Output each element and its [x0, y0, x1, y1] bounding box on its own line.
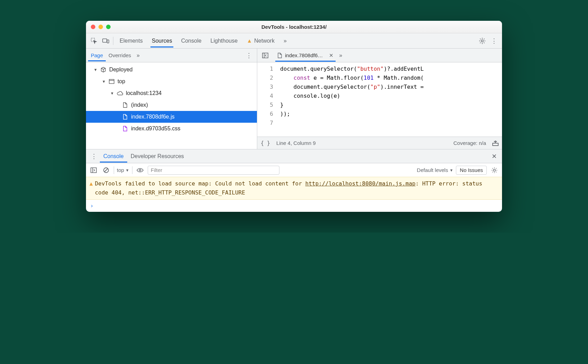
sources-main: Page Overrides » ⋮ ▼ Deployed ▼ [86, 49, 502, 149]
devtools-window: DevTools - localhost:1234/ Elements Sour… [86, 21, 502, 212]
tree-label: (index) [131, 102, 148, 108]
svg-point-13 [139, 169, 141, 171]
svg-rect-2 [107, 40, 109, 43]
svg-line-12 [104, 168, 108, 172]
navigator-tabs: Page Overrides » ⋮ [86, 49, 257, 62]
nav-more-tabs-icon[interactable]: » [134, 49, 142, 62]
tree-file-css[interactable]: index.d9703d55.css [86, 123, 257, 135]
file-icon [122, 102, 128, 108]
tree-node-top[interactable]: ▼ top [86, 76, 257, 87]
drawer-tabs: ⋮ Console Developer Resources ✕ [86, 149, 502, 163]
window-title: DevTools - localhost:1234/ [86, 24, 502, 30]
issues-button[interactable]: No Issues [456, 166, 487, 175]
more-menu-icon[interactable]: ⋮ [488, 35, 500, 47]
format-icon[interactable]: { } [261, 140, 270, 146]
nav-more-menu-icon[interactable]: ⋮ [243, 50, 255, 61]
tree-label: localhost:1234 [126, 90, 162, 96]
chevron-down-icon: ▼ [102, 79, 106, 84]
tab-console[interactable]: Console [180, 34, 203, 47]
settings-icon[interactable] [476, 35, 488, 47]
close-drawer-icon[interactable]: ✕ [488, 150, 500, 162]
svg-rect-1 [103, 39, 107, 42]
tab-elements[interactable]: Elements [118, 34, 144, 47]
toggle-sidebar-icon[interactable] [259, 50, 271, 61]
separator [113, 37, 113, 45]
live-expression-icon[interactable] [135, 165, 145, 175]
console-sidebar-toggle-icon[interactable] [89, 165, 98, 175]
navigator-panel: Page Overrides » ⋮ ▼ Deployed ▼ [86, 49, 257, 149]
dropdown-icon: ▼ [126, 168, 129, 172]
svg-rect-9 [91, 168, 96, 173]
nav-tab-overrides[interactable]: Overrides [106, 49, 134, 61]
file-icon [122, 126, 128, 131]
svg-rect-8 [493, 143, 498, 146]
clear-console-icon[interactable] [101, 165, 111, 175]
cursor-position: Line 4, Column 9 [276, 140, 315, 146]
svg-point-3 [481, 40, 483, 42]
file-tree: ▼ Deployed ▼ top ▼ [86, 62, 257, 149]
tree-file-js[interactable]: index.7808df6e.js [86, 111, 257, 123]
dropdown-icon: ▼ [449, 168, 453, 172]
coverage-label: Coverage: n/a [453, 140, 486, 146]
main-toolbar: Elements Sources Console Lighthouse ▲ Ne… [86, 33, 502, 49]
more-source-tabs-icon[interactable]: » [339, 52, 342, 59]
source-file-tab[interactable]: index.7808df6… ✕ [275, 49, 336, 62]
drawer-menu-icon[interactable]: ⋮ [88, 150, 100, 162]
window-controls [91, 25, 111, 29]
console-warning-row: ▲ DevTools failed to load source map: Co… [86, 177, 502, 200]
file-icon [122, 114, 128, 120]
console-message: DevTools failed to load source map: Coul… [95, 179, 499, 197]
expand-icon[interactable] [492, 140, 499, 146]
console-prompt[interactable]: › [86, 200, 502, 212]
svg-point-14 [493, 169, 495, 171]
tab-lighthouse[interactable]: Lighthouse [209, 34, 239, 47]
minimize-window-button[interactable] [98, 25, 103, 29]
code-content[interactable]: document.querySelector("button")?.addEve… [277, 62, 502, 137]
tree-label: top [118, 78, 125, 85]
zoom-window-button[interactable] [106, 25, 111, 29]
warning-icon: ▲ [89, 179, 93, 197]
context-selector[interactable]: top ▼ [117, 167, 129, 173]
console-settings-icon[interactable] [490, 165, 499, 175]
drawer-tab-devresources[interactable]: Developer Resources [127, 150, 188, 163]
device-toolbar-icon[interactable] [100, 35, 112, 47]
chevron-down-icon: ▼ [110, 91, 114, 95]
inspect-element-icon[interactable] [88, 35, 100, 47]
tab-network[interactable]: ▲ Network [245, 34, 276, 47]
console-toolbar: top ▼ Filter Default levels ▼ No Issues [86, 163, 502, 177]
tree-file-index[interactable]: (index) [86, 99, 257, 111]
tree-label: index.d9703d55.css [131, 125, 180, 132]
close-window-button[interactable] [91, 25, 95, 29]
chevron-down-icon: ▼ [94, 68, 97, 72]
tree-label: index.7808df6e.js [131, 114, 174, 120]
source-tabs: index.7808df6… ✕ » [257, 49, 502, 62]
titlebar: DevTools - localhost:1234/ [86, 21, 502, 33]
warning-icon: ▲ [247, 38, 252, 44]
close-tab-icon[interactable]: ✕ [329, 52, 334, 59]
cloud-icon [117, 91, 123, 95]
source-panel: index.7808df6… ✕ » 1234567 document.quer… [257, 49, 502, 149]
log-levels-selector[interactable]: Default levels ▼ [417, 167, 453, 173]
more-tabs-icon[interactable]: » [282, 34, 288, 47]
source-tab-label: index.7808df6… [285, 52, 323, 58]
code-editor[interactable]: 1234567 document.querySelector("button")… [257, 62, 502, 137]
line-gutter: 1234567 [257, 62, 277, 137]
tree-node-deployed[interactable]: ▼ Deployed [86, 64, 257, 76]
sourcemap-link[interactable]: http://localhost:8080/main.js.map [305, 180, 416, 187]
file-icon [277, 53, 282, 58]
tab-sources[interactable]: Sources [150, 34, 174, 47]
svg-rect-4 [109, 79, 114, 84]
tree-label: Deployed [109, 67, 133, 73]
panel-tabs: Elements Sources Console Lighthouse ▲ Ne… [118, 34, 288, 47]
drawer-tab-console[interactable]: Console [100, 150, 127, 163]
filter-input[interactable]: Filter [148, 166, 279, 175]
cube-icon [100, 67, 106, 72]
tree-node-host[interactable]: ▼ localhost:1234 [86, 87, 257, 99]
frame-icon [109, 79, 115, 84]
nav-tab-page[interactable]: Page [88, 49, 106, 61]
editor-statusbar: { } Line 4, Column 9 Coverage: n/a [257, 137, 502, 149]
